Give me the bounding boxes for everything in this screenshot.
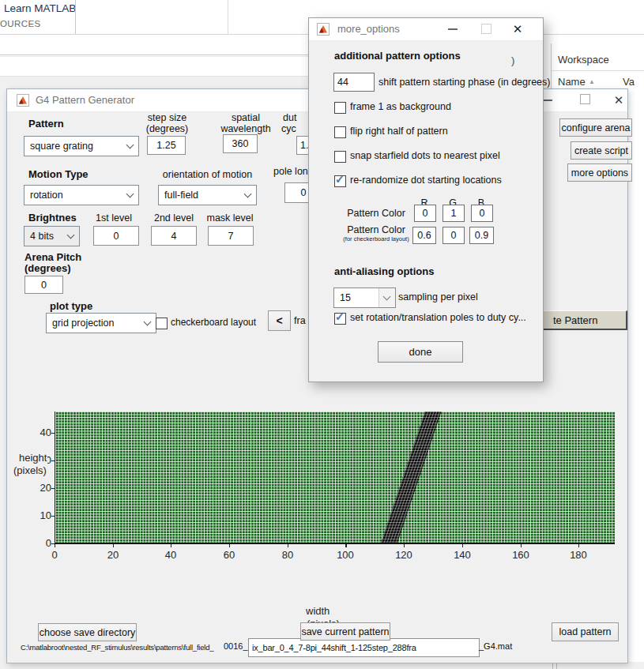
g4-window-title: G4 Pattern Generator: [36, 89, 134, 111]
x-tick-label: 160: [509, 549, 533, 561]
second-level-field[interactable]: 4: [151, 226, 197, 246]
workspace-col-name[interactable]: Name: [558, 76, 586, 88]
g4-minimize-button[interactable]: [543, 100, 552, 101]
x-tick-label: 40: [159, 549, 183, 561]
workspace-col-value[interactable]: Va: [623, 76, 635, 88]
save-path-mid: 0016_: [224, 641, 248, 651]
rerandomize-dots-label: re-randomize dot starting locations: [350, 175, 502, 186]
pattern-color2-r-field[interactable]: 0.6: [412, 227, 436, 244]
filename-field[interactable]: ix_bar_0_4_7-8pi_44shift_1-125step_288fr…: [248, 638, 480, 657]
x-tick-label: 0: [43, 549, 66, 561]
sampling-dropdown[interactable]: 15: [333, 288, 396, 308]
orientation-dropdown[interactable]: full-field: [158, 185, 257, 205]
x-tick-label: 60: [217, 549, 241, 561]
chevron-down-icon: [126, 141, 134, 149]
y-tick-label: 20: [28, 482, 51, 494]
brightness-value: 4 bits: [30, 231, 54, 242]
more-options-button[interactable]: more options: [567, 163, 632, 182]
shift-phase-field[interactable]: 44: [333, 73, 375, 92]
plot-type-dropdown[interactable]: grid projection: [46, 313, 156, 333]
g4-close-button[interactable]: ✕: [609, 89, 628, 111]
brightness-dropdown[interactable]: 4 bits: [24, 226, 80, 246]
frame1-background-checkbox[interactable]: ✓: [334, 102, 346, 114]
rotation-poles-checkbox[interactable]: ✓: [334, 313, 346, 325]
dialog-titlebar[interactable]: more_options ✕: [309, 18, 543, 41]
motion-type-value: rotation: [30, 190, 63, 201]
save-path-suffix: _G4.mat: [479, 641, 512, 651]
rotation-poles-label: set rotation/translation poles to duty c…: [350, 312, 526, 323]
motion-type-label: Motion Type: [28, 168, 89, 180]
chevron-down-icon: [244, 190, 252, 198]
workspace-title: Workspace: [558, 54, 609, 66]
mask-level-label: mask level: [205, 212, 255, 224]
pattern-color-g-field[interactable]: 1: [443, 205, 465, 222]
workspace-header-line: [552, 70, 644, 71]
configure-arena-button[interactable]: configure arena: [559, 118, 632, 137]
frame-label: fra: [294, 315, 306, 326]
done-button[interactable]: done: [378, 341, 463, 363]
sampling-value: 15: [340, 292, 351, 303]
y-axis-label-1: height: [18, 452, 47, 464]
shift-phase-label: shift pattern starting phase (in degrees…: [378, 77, 550, 88]
plot-type-label: plot type: [50, 300, 92, 312]
spatial-wavelength-field[interactable]: 360: [223, 134, 258, 153]
step-size-field[interactable]: 1.25: [147, 136, 186, 155]
rerandomize-dots-checkbox[interactable]: ✓: [334, 175, 346, 187]
screen: Learn MATLAB OURCES Workspace Name ▲ Va …: [0, 0, 644, 669]
flip-right-half-checkbox[interactable]: ✓: [334, 126, 346, 138]
brightness-label: Brightnes: [28, 212, 77, 224]
second-level-label: 2nd level: [150, 212, 198, 224]
update-pattern-label: te Pattern: [553, 314, 597, 326]
spatial-wavelength-label-1: spatial: [210, 112, 281, 123]
duty-cycle-label-2: cyc: [281, 123, 296, 134]
pattern-dropdown[interactable]: square grating: [24, 136, 139, 156]
checkmark-icon: ✓: [335, 310, 345, 323]
dialog-minimize-button[interactable]: [448, 28, 458, 30]
pattern-color2-g-field[interactable]: 0: [443, 227, 465, 244]
y-tick-label: 40: [28, 427, 51, 439]
arena-pitch-label-1: Arena Pitch: [24, 251, 81, 263]
pattern-plot: 0 20 40 60 80 100 120 140 160 180 40 30 …: [55, 412, 615, 544]
pattern-color2-b-field[interactable]: 0.9: [469, 227, 494, 244]
x-axis-label-1: width: [306, 605, 330, 617]
load-pattern-button[interactable]: load pattern: [552, 622, 619, 641]
first-level-field[interactable]: 0: [93, 226, 139, 246]
first-level-label: 1st level: [90, 212, 137, 224]
save-path-prefix: C:\matlabroot\nested_RF_stimulus\results…: [21, 643, 213, 652]
ribbon-tab-label: OURCES: [0, 19, 41, 28]
g4-maximize-button[interactable]: [580, 94, 590, 104]
x-tick-label: 120: [392, 549, 416, 561]
step-size-label-1: step size: [137, 112, 197, 123]
x-axis-ticks: [55, 544, 615, 547]
pattern-dropdown-value: square grating: [30, 141, 93, 152]
x-tick-label: 80: [276, 549, 299, 561]
x-tick-label: 140: [450, 549, 474, 561]
y-axis-ticks: [51, 433, 55, 544]
create-script-button[interactable]: create script: [571, 141, 632, 160]
spatial-wavelength-label-2: wavelength: [210, 123, 281, 134]
snap-starfield-checkbox[interactable]: ✓: [334, 151, 346, 163]
mask-level-field[interactable]: 7: [208, 226, 254, 246]
y-tick-label: 0: [28, 537, 51, 550]
x-tick-label: 180: [567, 549, 590, 561]
save-current-pattern-button[interactable]: save current pattern: [300, 622, 390, 641]
checkerboard-checkbox[interactable]: ✓: [156, 318, 168, 329]
workspace-divider: [551, 43, 552, 88]
pattern-color-b-field[interactable]: 0: [471, 205, 493, 222]
checkmark-icon: ✓: [335, 173, 345, 186]
pattern-color-label: Pattern Color: [342, 208, 410, 219]
dialog-title: more_options: [337, 18, 400, 40]
dialog-maximize-button[interactable]: [481, 24, 491, 34]
matlab-ribbon-link[interactable]: Learn MATLAB: [4, 2, 76, 14]
choose-save-directory-button[interactable]: choose save directory: [38, 623, 137, 641]
matlab-icon: [17, 94, 29, 107]
prev-frame-button[interactable]: <: [268, 310, 291, 331]
motion-type-dropdown[interactable]: rotation: [24, 185, 139, 205]
dialog-close-button[interactable]: ✕: [508, 18, 527, 40]
pattern-preview: [55, 412, 615, 544]
x-tick-label: 20: [101, 549, 125, 561]
duty-cycle-label-1: dut: [283, 112, 296, 123]
pattern-color-r-field[interactable]: 0: [414, 205, 436, 222]
anti-aliasing-heading: anti-aliasing options: [334, 265, 434, 277]
arena-pitch-field[interactable]: 0: [24, 276, 63, 294]
